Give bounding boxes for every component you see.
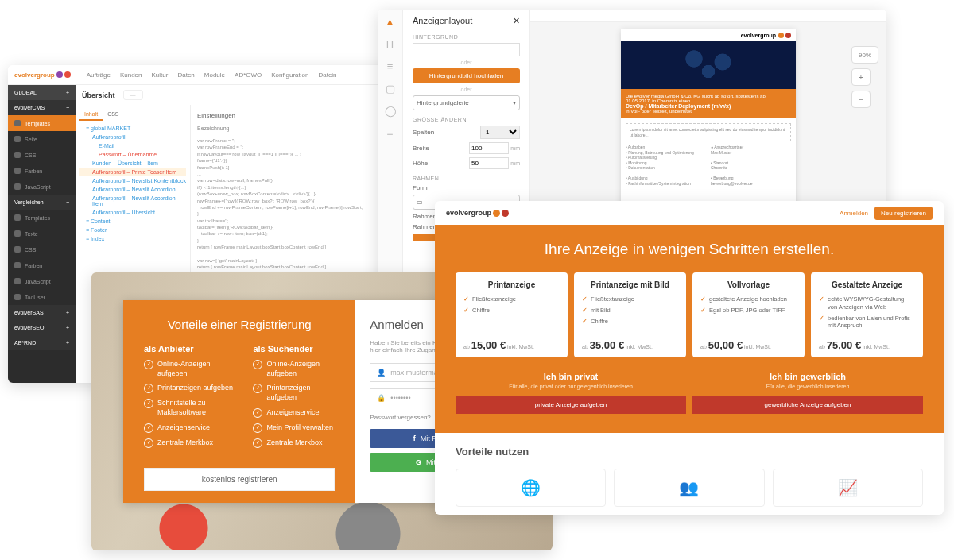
template-icon	[14, 214, 21, 221]
image-icon[interactable]: ▢	[385, 83, 396, 94]
width-label: Breite	[413, 145, 429, 152]
color-icon	[14, 262, 21, 268]
brand-logo: evolvergroup	[446, 209, 491, 217]
height-input[interactable]	[469, 157, 509, 169]
camera-icon[interactable]: ◯	[385, 105, 396, 116]
sidebar-section[interactable]: evolverCMS−	[8, 100, 76, 115]
tree-node[interactable]: Aufkraroprofil – Newslit Accordion – Ite…	[80, 194, 186, 208]
doc-brand: evolvergroup	[741, 33, 776, 38]
background-input[interactable]	[413, 43, 520, 56]
tab-css[interactable]: CSS	[103, 109, 123, 121]
sidebar-item[interactable]: Templates	[8, 210, 76, 226]
feature-item: bedienbar von Laien und Profis mit Anspr…	[819, 315, 915, 330]
card-price: ab 15,00 € inkl. MwSt.	[463, 339, 560, 351]
color-icon	[14, 168, 21, 174]
register-button[interactable]: kostenlos registrieren	[144, 468, 335, 491]
tab[interactable]: Kunden	[120, 71, 142, 79]
tree-node[interactable]: Aufkraroprofil – Newslit Accordion	[80, 185, 186, 194]
tree-node[interactable]: E-Mail	[80, 141, 186, 150]
sidebar-item[interactable]: CSS	[8, 241, 76, 257]
text-icon[interactable]: ≡	[385, 60, 396, 71]
tree-node[interactable]: Kunden – Übersicht – Item	[80, 159, 186, 168]
tree-node[interactable]: Aufkraroprofil – Newslist Kontentblock	[80, 176, 186, 185]
tree-node[interactable]: Aufkraroprofil – Printe Teaser Item	[80, 168, 186, 176]
audience-sub: Für alle, die privat oder nur gelegentli…	[456, 384, 686, 389]
sidebar-section[interactable]: evolverSEO+	[8, 320, 76, 335]
fire-icon[interactable]: ▲	[385, 16, 396, 27]
tree-node[interactable]: Aufkraroprofil – Übersicht	[80, 208, 186, 217]
sidebar-item[interactable]: Vergleichen−	[8, 195, 76, 210]
sidebar-section[interactable]: evolverSAS+	[8, 305, 76, 320]
sidebar-item[interactable]: TooUser	[8, 289, 76, 305]
price-card[interactable]: Vollvorlagegestaltete Anzeige hochladenE…	[692, 272, 805, 357]
sidebar-item[interactable]: Farben	[8, 257, 76, 273]
heading-icon[interactable]: H	[385, 38, 396, 49]
benefit-card[interactable]: 👥	[614, 469, 764, 507]
cols-select[interactable]: 1	[480, 126, 520, 139]
create-ad-button[interactable]: gewerbliche Anzeige aufgeben	[692, 396, 923, 414]
price-card[interactable]: Gestaltete Anzeigeechte WYSIWYG-Gestaltu…	[811, 272, 923, 357]
band-title: DevOp / Mitarbeiter Deployment (m/w/x)	[626, 103, 791, 109]
benefits-title: Vorteile einer Registrierung	[144, 318, 335, 331]
height-label: Höhe	[413, 160, 428, 167]
feature-item: mit Bild	[582, 307, 678, 315]
login-link[interactable]: Anmelden	[840, 210, 868, 217]
sidebar-item[interactable]: Texte	[8, 226, 76, 241]
tab-content[interactable]: Inhalt	[80, 109, 103, 121]
price-card[interactable]: PrintanzeigeFließtextanzeigeChiffreab 15…	[456, 272, 568, 357]
close-icon[interactable]: ✕	[513, 16, 520, 26]
add-icon[interactable]: ＋	[385, 127, 396, 138]
benefit-item: Schnittstelle zu Maklersoftware	[144, 399, 237, 417]
tab[interactable]: Konfiguration	[271, 71, 308, 79]
tab[interactable]: Module	[204, 71, 225, 79]
section-label: GRÖSSE ÄNDERN	[413, 117, 520, 122]
price-card[interactable]: Printanzeige mit BildFließtextanzeigemit…	[574, 272, 686, 357]
benefit-card[interactable]: 🌐	[456, 469, 606, 507]
code-header: Einstellungen	[197, 111, 235, 120]
sidebar-section[interactable]: GLOBAL+	[8, 85, 76, 100]
sidebar-item[interactable]: Farben	[8, 163, 76, 179]
feature-item: Fließtextanzeige	[582, 295, 678, 303]
ruler-horizontal	[530, 10, 886, 22]
register-button[interactable]: Neu registrieren	[874, 207, 933, 220]
sidebar-item[interactable]: JavaScript	[8, 179, 76, 195]
tree-node[interactable]: ≡ Index	[80, 234, 186, 243]
tab[interactable]: AD*OWO	[235, 71, 262, 79]
sidebar-item[interactable]: Seite	[8, 131, 76, 147]
tree-node[interactable]: ≡ global-MARKET	[80, 124, 186, 133]
bg-gallery-button[interactable]: Hintergrundgalerie▾	[413, 95, 520, 110]
tree-node[interactable]: ≡ Content	[80, 217, 186, 226]
width-input[interactable]	[469, 142, 509, 154]
zoom-percent[interactable]: 90%	[851, 46, 878, 64]
card-price: ab 35,00 € inkl. MwSt.	[582, 339, 678, 351]
sidebar-item[interactable]: CSS	[8, 147, 76, 163]
sidebar-section[interactable]: AB*RND+	[8, 335, 76, 350]
benefits-panel: Vorteile einer Registrierung als Anbiete…	[123, 300, 355, 503]
benefits-title: Vorteile nutzen	[456, 446, 923, 458]
sidebar-item-templates[interactable]: Templates	[8, 115, 76, 131]
tab[interactable]: Kultur	[152, 71, 169, 79]
tab[interactable]: Aufträge	[87, 71, 111, 79]
users-icon: 👥	[679, 478, 699, 497]
filter-pill[interactable]: —	[123, 90, 143, 100]
sidebar-item[interactable]: JavaScript	[8, 273, 76, 289]
zoom-out-button[interactable]: −	[851, 91, 871, 108]
tree-node[interactable]: Aufkraroprofil	[80, 133, 186, 141]
audience-sub: Für alle, die gewerblich inserieren	[692, 384, 923, 389]
tab[interactable]: Datein	[318, 71, 336, 79]
doc-band: Die evolver media GmbH & Co. KG sucht ab…	[621, 89, 796, 118]
feature-item: Chiffre	[582, 318, 678, 326]
brand-dot-icon	[56, 71, 63, 78]
zoom-in-button[interactable]: +	[851, 68, 871, 86]
tab[interactable]: Daten	[177, 71, 194, 79]
audience-title: Ich bin privat	[456, 372, 686, 381]
tree-node[interactable]: ≡ Footer	[80, 226, 186, 234]
create-ad-button[interactable]: private Anzeige aufgeben	[456, 396, 686, 414]
benefit-card[interactable]: 📈	[773, 469, 923, 507]
page-title: Übersicht	[82, 91, 115, 99]
admin-sidebar: GLOBAL+ evolverCMS− Templates Seite CSS …	[8, 85, 76, 383]
col-heading: als Anbieter	[144, 344, 237, 353]
tree-node[interactable]: Passwort – Übernahme	[80, 150, 186, 159]
upload-bg-button[interactable]: Hintergrundbild hochladen	[413, 68, 520, 83]
benefit-item: Anzeigenservice	[253, 408, 335, 418]
